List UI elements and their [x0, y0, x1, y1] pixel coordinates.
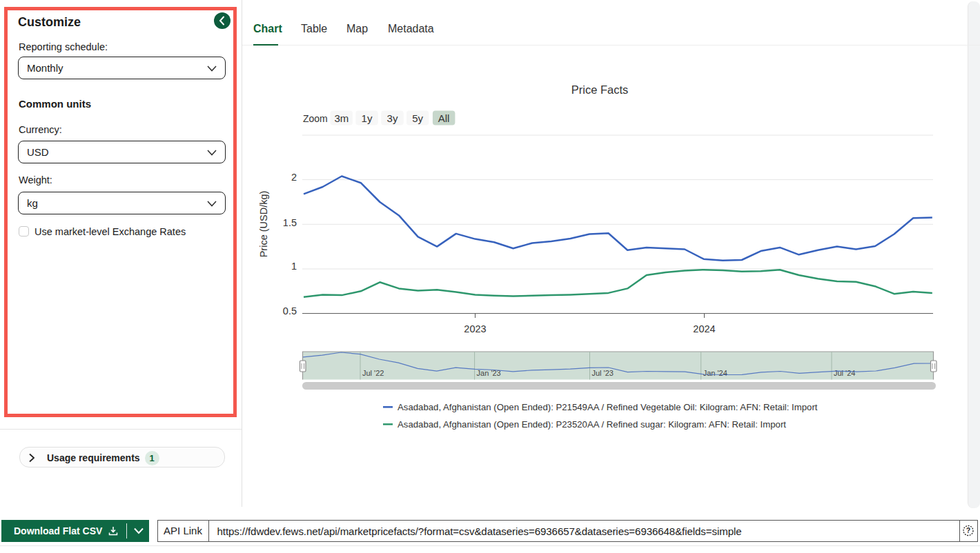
svg-text:5y: 5y	[412, 112, 423, 124]
svg-text:?: ?	[966, 527, 970, 534]
svg-text:1y: 1y	[362, 112, 373, 124]
svg-text:3m: 3m	[334, 112, 349, 124]
svg-text:Jul '23: Jul '23	[592, 369, 614, 377]
svg-text:2023: 2023	[464, 323, 486, 334]
svg-text:3y: 3y	[387, 112, 398, 124]
svg-text:0.5: 0.5	[283, 305, 297, 316]
svg-text:Asadabad, Afghanistan (Open En: Asadabad, Afghanistan (Open Ended): P235…	[398, 419, 786, 430]
svg-text:2024: 2024	[693, 323, 715, 334]
svg-text:Asadabad, Afghanistan (Open En: Asadabad, Afghanistan (Open Ended): P215…	[398, 402, 818, 412]
svg-text:Jul '24: Jul '24	[834, 369, 855, 377]
svg-text:2: 2	[291, 172, 297, 183]
svg-text:All: All	[438, 112, 450, 124]
svg-text:Jan '24: Jan '24	[703, 369, 727, 377]
svg-text:Zoom: Zoom	[303, 113, 328, 124]
svg-text:1: 1	[291, 261, 297, 272]
svg-text:Price (USD/kg): Price (USD/kg)	[258, 191, 269, 258]
svg-text:Price Facts: Price Facts	[571, 83, 629, 96]
svg-text:Jul '22: Jul '22	[362, 369, 384, 377]
svg-text:1.5: 1.5	[283, 217, 297, 228]
